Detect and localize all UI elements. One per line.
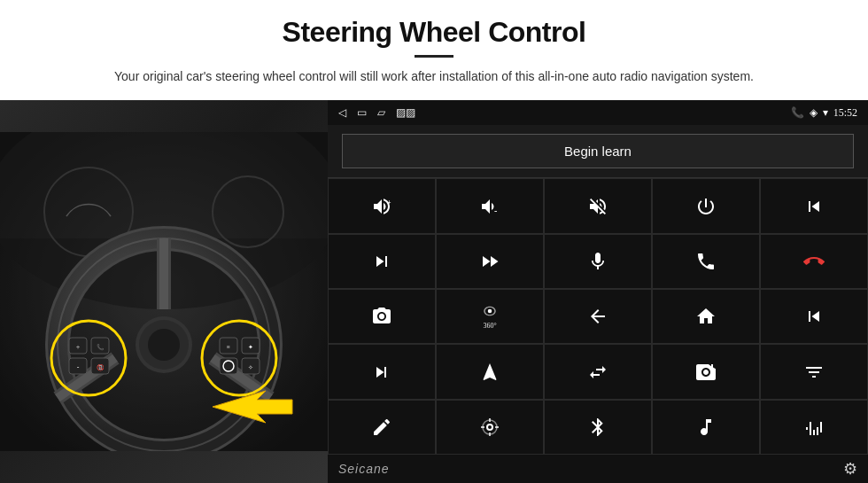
status-bar: ◁ ▭ ▱ ▨▨ 📞 ◈ ▾ 15:52 xyxy=(328,100,868,125)
signal-icon: ▨▨ xyxy=(396,106,415,120)
brand-logo: Seicane xyxy=(338,462,390,476)
steering-wheel-photo: + - 📞 📵 ≡ ✦ ✧ xyxy=(0,100,328,483)
next-track-button[interactable] xyxy=(328,234,436,289)
controls-grid: + - xyxy=(328,177,868,455)
clock: 15:52 xyxy=(833,106,857,120)
page-title: Steering Wheel Control xyxy=(18,16,850,49)
svg-text:+: + xyxy=(76,343,81,351)
camera-button[interactable] xyxy=(328,289,436,344)
phone-answer-button[interactable] xyxy=(652,234,760,289)
status-right: 📞 ◈ ▾ 15:52 xyxy=(791,106,857,120)
back-nav-icon[interactable]: ◁ xyxy=(338,106,346,120)
waveform-button[interactable] xyxy=(760,400,868,455)
home-nav-button[interactable] xyxy=(652,289,760,344)
phone-end-button[interactable] xyxy=(760,234,868,289)
steering-wheel-svg: + - 📞 📵 ≡ ✦ ✧ xyxy=(0,132,328,451)
page-header: Steering Wheel Control Your original car… xyxy=(0,0,868,91)
mute-button[interactable] xyxy=(544,178,652,233)
swap-button[interactable] xyxy=(544,344,652,399)
svg-point-16 xyxy=(148,329,180,361)
wifi-icon: ▾ xyxy=(823,106,828,120)
bottom-bar: Seicane ⚙ xyxy=(328,455,868,483)
phone-icon: 📞 xyxy=(791,106,804,120)
settings-icon[interactable]: ⚙ xyxy=(843,459,857,479)
svg-point-40 xyxy=(483,420,497,434)
music-button[interactable] xyxy=(652,400,760,455)
navigation-button[interactable] xyxy=(436,344,544,399)
begin-learn-area: Begin learn xyxy=(328,125,868,177)
svg-text:✧: ✧ xyxy=(248,364,253,371)
svg-point-39 xyxy=(487,425,492,430)
gps-button[interactable] xyxy=(436,400,544,455)
svg-text:✦: ✦ xyxy=(248,344,253,351)
skip-back-button[interactable] xyxy=(760,289,868,344)
bluetooth-button[interactable] xyxy=(544,400,652,455)
vol-up-button[interactable]: + xyxy=(328,178,436,233)
edit-button[interactable] xyxy=(328,400,436,455)
page-subtitle: Your original car's steering wheel contr… xyxy=(89,66,779,86)
android-head-unit: ◁ ▭ ▱ ▨▨ 📞 ◈ ▾ 15:52 Begin learn xyxy=(328,100,868,483)
svg-text:📞: 📞 xyxy=(97,343,105,351)
power-button[interactable] xyxy=(652,178,760,233)
fast-forward-button[interactable] xyxy=(436,234,544,289)
equalizer-button[interactable] xyxy=(760,344,868,399)
begin-learn-button[interactable]: Begin learn xyxy=(342,134,854,168)
vol-down-button[interactable]: - xyxy=(436,178,544,233)
main-content: + - 📞 📵 ≡ ✦ ✧ xyxy=(0,100,868,483)
microphone-button[interactable] xyxy=(544,234,652,289)
svg-text:≡: ≡ xyxy=(227,344,230,351)
prev-track-button[interactable] xyxy=(760,178,868,233)
recents-nav-icon[interactable]: ▱ xyxy=(377,106,385,120)
home-nav-icon[interactable]: ▭ xyxy=(357,106,367,120)
back-nav-button[interactable] xyxy=(544,289,652,344)
svg-point-38 xyxy=(488,309,492,314)
360-view-button[interactable]: 360° xyxy=(436,289,544,344)
svg-text:-: - xyxy=(77,363,80,371)
status-left: ◁ ▭ ▱ ▨▨ xyxy=(338,106,415,120)
svg-text:📵: 📵 xyxy=(97,363,105,371)
svg-text:+: + xyxy=(387,199,391,206)
location-icon: ◈ xyxy=(810,106,818,120)
svg-text:-: - xyxy=(494,206,497,215)
title-divider xyxy=(415,55,453,58)
radio-button[interactable] xyxy=(652,344,760,399)
skip-next-button[interactable] xyxy=(328,344,436,399)
